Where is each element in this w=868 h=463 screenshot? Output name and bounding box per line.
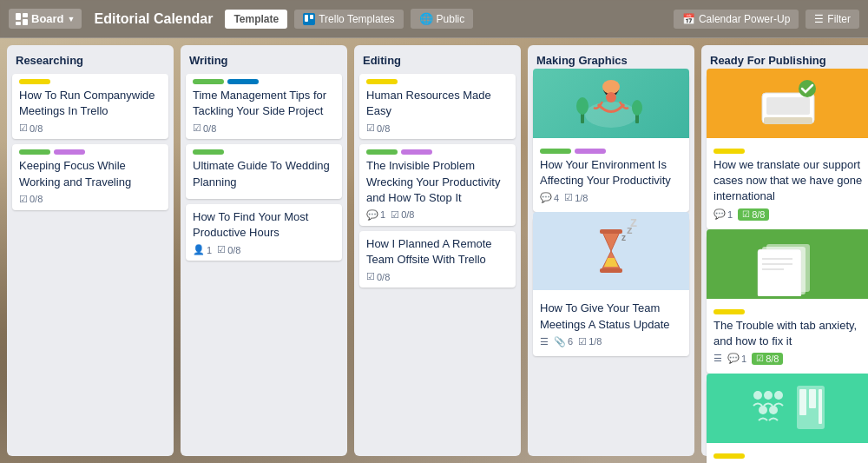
comment-meta: 💬 4 <box>540 192 559 203</box>
card-e1[interactable]: Human Resources Made Easy ☑ 0/8 <box>359 74 516 139</box>
svg-rect-1 <box>23 13 28 17</box>
card-rfp2[interactable]: The Trouble with tab anxiety, and how to… <box>707 235 868 374</box>
hourglass-illustration: z z z <box>576 215 646 288</box>
column-writing: Writing Time Management Tips for Tacklin… <box>181 45 347 456</box>
public-button[interactable]: 🌐 Public <box>411 9 474 29</box>
svg-rect-3 <box>23 19 28 25</box>
checklist-badge: ☑ 8/8 <box>738 208 769 221</box>
calendar-powerup-button[interactable]: 📅 Calendar Power-Up <box>674 10 799 29</box>
card-w1[interactable]: Time Management Tips for Tackling Your S… <box>186 74 342 139</box>
label-yellow <box>713 149 745 154</box>
paperclip-icon: 📎 <box>554 336 566 347</box>
card-title: How we translate our support cases now t… <box>713 157 863 205</box>
column-title-editing: Editing <box>359 52 516 69</box>
card-mg1[interactable]: How Your Environment Is Affecting Your P… <box>533 74 689 212</box>
inbox-illustration <box>745 375 832 440</box>
card-w3[interactable]: How To Find Your Most Productive Hours 👤… <box>186 204 342 261</box>
person-icon: 👤 <box>193 244 205 255</box>
card-cover-rfp3 <box>707 374 868 443</box>
card-meta: 💬 1 ☑ 0/8 <box>366 209 509 221</box>
column-title-writing: Writing <box>186 52 342 69</box>
svg-rect-23 <box>764 117 812 124</box>
card-title: How Your Environment Is Affecting Your P… <box>540 157 682 189</box>
column-researching: Researching How To Run Companywide Meeti… <box>7 45 174 456</box>
comment-count: 1 <box>380 209 385 220</box>
svg-point-13 <box>576 97 589 115</box>
checklist-meta: ☑ 0/8 <box>366 122 390 134</box>
person-count: 1 <box>207 245 212 255</box>
template-label: Template <box>233 13 279 25</box>
card-meta: ☑ 0/8 <box>19 194 161 205</box>
checklist-meta: ☑ 0/8 <box>19 122 43 134</box>
card-w2[interactable]: Ultimate Guide To Wedding Planning <box>186 144 342 198</box>
svg-text:z: z <box>621 233 626 242</box>
header-title: Editorial Calendar <box>94 11 213 27</box>
svg-rect-37 <box>799 389 806 415</box>
card-r2[interactable]: Keeping Focus While Working and Travelin… <box>12 144 168 209</box>
trello-icon <box>303 13 315 25</box>
board-label: Board <box>31 12 64 25</box>
card-e2[interactable]: The Invisible Problem Wrecking Your Prod… <box>359 144 516 226</box>
card-title: How I Planned A Remote Team Offsite With… <box>366 236 509 268</box>
checklist-meta: ☑ 0/8 <box>391 209 414 221</box>
cal-powerup-label: Calendar Power-Up <box>699 13 790 25</box>
card-meta: ☑ 0/8 <box>19 122 161 134</box>
column-ready-for-publishing: Ready For Publishing How <box>701 45 868 456</box>
card-rfp3[interactable]: How To Get To Inbox Zero <box>707 379 868 463</box>
calendar-icon: 📅 <box>682 13 695 25</box>
list-meta: ☰ <box>540 336 549 347</box>
card-r1[interactable]: How To Run Companywide Meetings In Trell… <box>12 74 168 139</box>
checklist-count: 0/8 <box>203 123 216 134</box>
card-labels <box>366 149 509 155</box>
checklist-icon: ☑ <box>742 209 750 219</box>
checklist-count: 8/8 <box>766 354 779 364</box>
card-labels <box>19 149 161 155</box>
svg-rect-22 <box>766 97 810 115</box>
checklist-count: 0/8 <box>30 194 43 204</box>
label-green <box>366 149 398 155</box>
checklist-meta: ☑ 1/8 <box>564 192 588 203</box>
card-title: How To Give Your Team Meetings A Status … <box>540 301 682 332</box>
list-meta: ☰ <box>713 353 722 364</box>
svg-rect-2 <box>16 22 21 25</box>
card-title: The Invisible Problem Wrecking Your Prod… <box>366 158 509 206</box>
label-green <box>19 149 50 155</box>
trello-templates-button[interactable]: Trello Templates <box>294 10 403 29</box>
card-mg2[interactable]: z z z How To Give Your Team Meetings A S… <box>533 217 689 355</box>
card-rfp1[interactable]: How we translate our support cases now t… <box>707 74 868 229</box>
checklist-count: 0/8 <box>30 123 43 134</box>
card-title: Time Management Tips for Tackling Your S… <box>193 88 335 119</box>
list-icon: ☰ <box>713 353 722 364</box>
template-button[interactable]: Template <box>225 10 287 29</box>
label-purple <box>575 149 606 154</box>
checklist-meta: ☑ 0/8 <box>366 271 390 282</box>
card-e3[interactable]: How I Planned A Remote Team Offsite With… <box>359 231 516 288</box>
card-title: Ultimate Guide To Wedding Planning <box>193 158 335 189</box>
comment-icon: 💬 <box>727 353 740 364</box>
board-icon <box>16 13 28 25</box>
svg-rect-5 <box>305 15 308 22</box>
card-meta: ☑ 0/8 <box>366 122 509 134</box>
files-illustration <box>745 231 832 296</box>
card-meta: ☑ 0/8 <box>193 122 335 134</box>
svg-point-11 <box>606 92 616 103</box>
meditation-illustration <box>576 71 646 136</box>
svg-point-10 <box>602 80 620 94</box>
svg-rect-27 <box>758 249 801 296</box>
card-meta: ☰ 💬 1 ☑ 8/8 <box>713 353 863 365</box>
svg-point-32 <box>764 391 773 400</box>
comment-count: 1 <box>727 209 733 220</box>
card-labels <box>713 453 863 459</box>
checklist-icon: ☑ <box>217 244 226 255</box>
card-cover-rfp1 <box>707 69 868 138</box>
checklist-count: 0/8 <box>401 209 414 220</box>
filter-button[interactable]: ☰ Filter <box>806 10 859 29</box>
card-cover-rfp2 <box>707 229 868 299</box>
board-button[interactable]: Board ▼ <box>9 9 82 29</box>
comment-meta: 💬 1 <box>727 353 746 364</box>
svg-text:z: z <box>630 215 637 229</box>
checklist-icon: ☑ <box>19 194 28 205</box>
checklist-meta: ☑ 0/8 <box>193 122 216 134</box>
card-title: The Trouble with tab anxiety, and how to… <box>713 318 863 349</box>
comment-meta: 💬 1 <box>713 208 733 220</box>
